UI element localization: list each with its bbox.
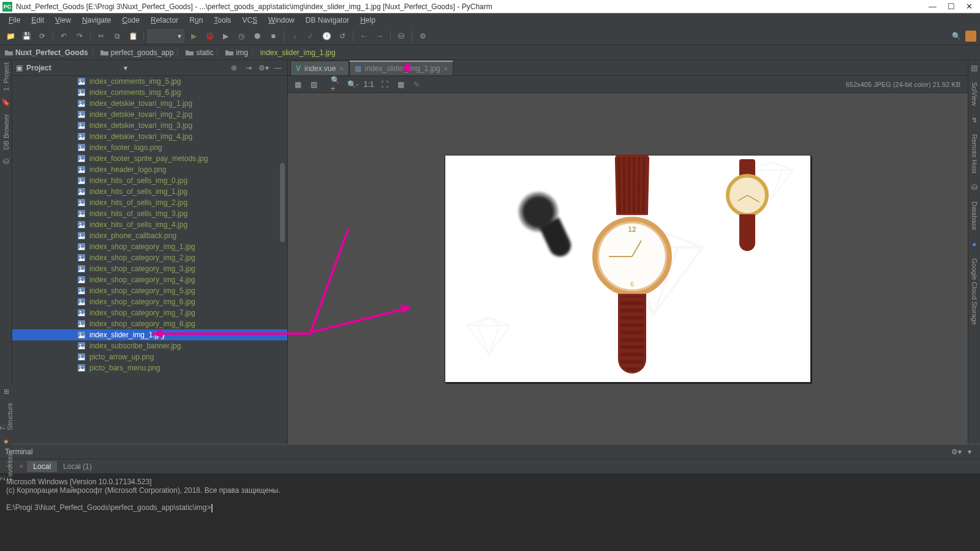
terminal-close-tab-icon[interactable]: × — [15, 462, 27, 471]
menu-run[interactable]: Run — [184, 15, 208, 26]
undo-icon[interactable]: ↶ — [57, 29, 70, 43]
menu-vcs[interactable]: VCS — [237, 15, 262, 26]
menu-file[interactable]: FFileile — [4, 15, 25, 26]
menu-code[interactable]: Code — [117, 15, 145, 26]
tool-database[interactable]: Database — [971, 201, 978, 230]
white-bg-icon[interactable]: ▨ — [307, 78, 320, 91]
debug-icon[interactable]: 🐞 — [203, 29, 216, 43]
tree-file-item[interactable]: index_shop_category_img_7.jpg — [12, 307, 287, 318]
menu-edit[interactable]: Edit — [26, 15, 49, 26]
database-icon[interactable]: ⛁ — [971, 183, 978, 192]
menu-tools[interactable]: Tools — [209, 15, 236, 26]
tool-remotehost[interactable]: Remote Host — [971, 134, 978, 173]
tree-file-item[interactable]: index_detskie_tovari_img_4.jpg — [12, 131, 287, 142]
image-canvas[interactable]: 126 — [288, 93, 968, 444]
tree-file-item[interactable]: index_hits_of_sells_img_3.jpg — [12, 208, 287, 219]
dropdown-icon[interactable]: ▾ — [124, 64, 127, 72]
tree-file-item[interactable]: index_detskie_tovari_img_2.jpg — [12, 109, 287, 120]
tab-index-vue[interactable]: V index.vue × — [290, 61, 349, 75]
user-avatar[interactable] — [965, 31, 976, 42]
vcs-commit-icon[interactable]: ✓ — [304, 29, 317, 43]
close-tab-icon[interactable]: × — [444, 65, 448, 72]
profile-icon[interactable]: ◷ — [235, 29, 248, 43]
structure-icon[interactable]: ⊞ — [4, 388, 9, 395]
collapse-icon[interactable]: ⇥ — [243, 62, 254, 73]
gcloud-icon[interactable]: ● — [972, 240, 976, 249]
tool-dbbrowser[interactable]: DB Browser — [2, 114, 10, 150]
tree-file-item[interactable]: index_detskie_tovari_img_3.jpg — [12, 120, 287, 131]
menu-help[interactable]: Help — [355, 15, 380, 26]
cut-icon[interactable]: ✂ — [94, 29, 108, 43]
close-tab-icon[interactable]: × — [339, 65, 343, 72]
vcs-update-icon[interactable]: ↓ — [288, 29, 301, 43]
search-everywhere-icon[interactable]: 🔍 — [949, 29, 963, 43]
zoom-fit-icon[interactable]: ⛶ — [379, 78, 391, 91]
terminal-hide-icon[interactable]: ▾ — [964, 446, 975, 457]
vcs-history-icon[interactable]: 🕓 — [320, 29, 333, 43]
remote-icon[interactable]: ↯ — [971, 116, 978, 124]
tree-file-item[interactable]: index_shop_category_img_1.jpg — [12, 241, 287, 252]
breadcrumb-item[interactable]: img — [225, 48, 247, 57]
tree-file-item[interactable]: index_hits_of_sells_img_4.jpg — [12, 219, 287, 230]
locate-icon[interactable]: ⊕ — [228, 62, 239, 73]
tree-file-item[interactable]: index_hits_of_sells_img_0.jpg — [12, 175, 287, 186]
zoom-actual-icon[interactable]: 1:1 — [363, 78, 375, 91]
tree-file-item[interactable]: index_header_logo.png — [12, 164, 287, 175]
concurrency-icon[interactable]: ⬢ — [251, 29, 264, 43]
coverage-icon[interactable]: ▶ — [219, 29, 232, 43]
tab-index-slider-img[interactable]: ▦ index_slider_img_1.jpg × — [349, 61, 453, 75]
tree-file-item[interactable]: index_detskie_tovari_img_1.jpg — [12, 98, 287, 109]
ide-settings-icon[interactable]: ⚙ — [416, 29, 429, 43]
paste-icon[interactable]: 📋 — [126, 29, 140, 43]
tree-file-item[interactable]: index_comments_img_6.jpg — [12, 87, 287, 98]
project-view-icon[interactable]: ▣ — [16, 64, 23, 72]
save-all-icon[interactable]: 💾 — [20, 29, 33, 43]
settings-gear-icon[interactable]: ⚙▾ — [258, 62, 269, 73]
grid-icon[interactable]: ▦ — [394, 78, 407, 91]
menu-view[interactable]: View — [50, 15, 76, 26]
tree-file-item[interactable]: picto_bars_menu.png — [12, 362, 287, 373]
hide-icon[interactable]: — — [273, 62, 284, 73]
sciview-icon[interactable]: ▤ — [971, 64, 978, 72]
maximize-button[interactable]: ☐ — [948, 2, 955, 11]
favorites-icon[interactable]: ★ — [3, 438, 9, 446]
tree-file-item[interactable]: index_slider_img_1.jpg — [12, 329, 287, 340]
scrollbar[interactable] — [280, 163, 285, 242]
tree-file-item[interactable]: picto_arrow_up.png — [12, 351, 287, 362]
tree-file-item[interactable]: index_shop_category_img_4.jpg — [12, 274, 287, 285]
zoom-in-icon[interactable]: 🔍+ — [331, 78, 343, 91]
close-window-button[interactable]: ✕ — [966, 2, 973, 11]
transparent-bg-icon[interactable]: ▦ — [292, 78, 304, 91]
terminal-output[interactable]: Microsoft Windows [Version 10.0.17134.52… — [0, 474, 980, 551]
tree-file-item[interactable]: index_shop_category_img_2.jpg — [12, 252, 287, 263]
tree-file-item[interactable]: index_comments_img_5.jpg — [12, 76, 287, 87]
menu-dbnavigator[interactable]: DB Navigator — [301, 15, 354, 26]
vcs-revert-icon[interactable]: ↺ — [336, 29, 349, 43]
open-icon[interactable]: 📁 — [4, 29, 17, 43]
terminal-settings-icon[interactable]: ⚙▾ — [951, 446, 962, 457]
menu-refactor[interactable]: Refactor — [146, 15, 183, 26]
zoom-out-icon[interactable]: 🔍- — [347, 78, 359, 91]
redo-icon[interactable]: ↷ — [73, 29, 86, 43]
run-config-combo[interactable]: ▾ — [148, 29, 184, 43]
project-tree[interactable]: index_comments_img_5.jpgindex_comments_i… — [12, 76, 287, 444]
tool-project[interactable]: 1: Project — [2, 62, 10, 91]
minimize-button[interactable]: — — [929, 2, 937, 11]
breadcrumb-current[interactable]: index_slider_img_1.jpg — [260, 48, 336, 57]
db-icon[interactable]: ⛁ — [3, 157, 9, 166]
tool-sciview[interactable]: SciView — [971, 82, 978, 106]
db-console-icon[interactable]: ⛁ — [394, 29, 408, 43]
copy-icon[interactable]: ⧉ — [110, 29, 124, 43]
tree-file-item[interactable]: index_hits_of_sells_img_1.jpg — [12, 186, 287, 197]
tree-file-item[interactable]: index_shop_category_img_5.jpg — [12, 285, 287, 296]
tree-file-item[interactable]: index_hits_of_sells_img_2.jpg — [12, 197, 287, 208]
forward-icon[interactable]: → — [373, 29, 386, 43]
terminal-tab-local[interactable]: Local — [27, 461, 57, 472]
bookmark-icon[interactable]: 🔖 — [1, 98, 10, 107]
tree-file-item[interactable]: index_phone_callback.png — [12, 230, 287, 241]
tool-favorites[interactable]: 2: Favorites — [0, 453, 13, 481]
tree-file-item[interactable]: index_shop_category_img_6.jpg — [12, 296, 287, 307]
tree-file-item[interactable]: index_footer_sprite_pay_metods.jpg — [12, 153, 287, 164]
terminal-tab-local1[interactable]: Local (1) — [57, 461, 98, 472]
back-icon[interactable]: ← — [357, 29, 371, 43]
